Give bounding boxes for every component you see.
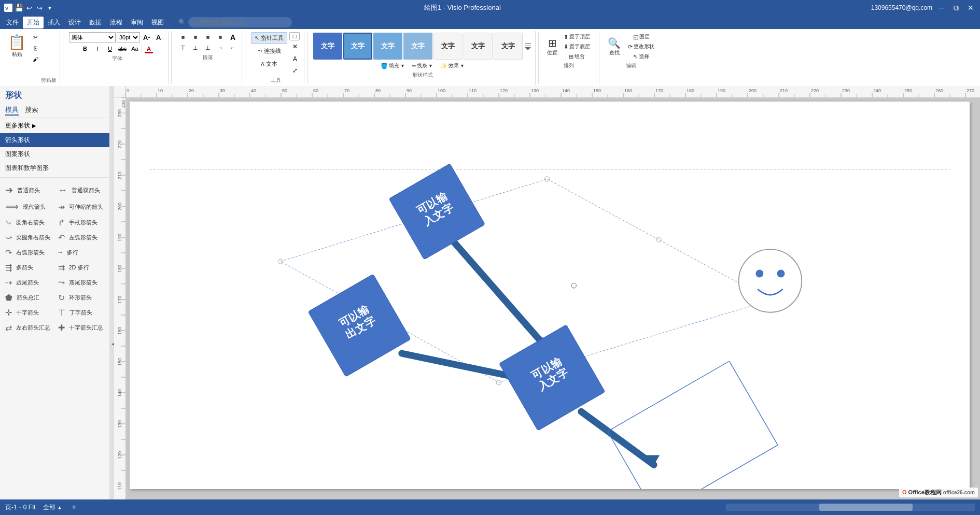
font-color-button[interactable]: A (143, 44, 155, 54)
connector-button[interactable]: ⤳ 连接线 (251, 45, 287, 57)
save-icon[interactable]: 💾 (15, 4, 23, 12)
effect-button[interactable]: ✨ 效果 ▼ (438, 61, 467, 70)
svg-text:50: 50 (282, 88, 287, 93)
position-button[interactable]: ⊞ 位置 (544, 32, 560, 61)
underline-button[interactable]: U (104, 44, 116, 54)
shape-item-modern-arrow[interactable]: ⟹ 现代箭头 (5, 199, 56, 214)
menu-file[interactable]: 文件 (2, 17, 23, 28)
text-tool-button[interactable]: A 文本 (251, 58, 287, 70)
undo-icon[interactable]: ↩ (25, 4, 33, 12)
category-patterns[interactable]: 图案形状 (0, 147, 114, 161)
strikethrough-button[interactable]: abc (117, 44, 128, 54)
line-button[interactable]: ━ 线条 ▼ (410, 61, 436, 70)
shape-style-2[interactable]: 文字 (343, 33, 372, 60)
select-button[interactable]: ↖ 选择 (625, 52, 657, 61)
shape-style-1[interactable]: 文字 (313, 33, 342, 60)
menu-process[interactable]: 流程 (106, 17, 127, 28)
tab-search[interactable]: 搜索 (25, 105, 38, 116)
add-page-button[interactable]: + (69, 502, 78, 513)
shape-item-double-arrow[interactable]: ↔ 普通双箭头 (58, 183, 109, 197)
restore-button[interactable]: ⧉ (951, 3, 961, 13)
menu-review[interactable]: 审阅 (127, 17, 147, 28)
shape-item-cane-arrow[interactable]: ↱ 手杖形箭头 (58, 216, 109, 229)
shape-item-ring-arrow[interactable]: ↻ 环形箭头 (58, 291, 109, 304)
cut-button[interactable]: ✂ (30, 32, 41, 42)
menu-data[interactable]: 数据 (85, 17, 106, 28)
customize-icon[interactable]: ▼ (46, 4, 54, 12)
more-styles-button[interactable] (524, 32, 532, 60)
shape-item-arrow-collection[interactable]: ⬟ 箭头总汇 (5, 291, 56, 304)
shape-style-5[interactable]: 文字 (433, 33, 463, 60)
swallow-tail-icon: ⤳ (58, 278, 65, 288)
shape-item-swallow-tail[interactable]: ⤳ 燕尾形箭头 (58, 276, 109, 289)
pointer-tool-button[interactable]: ↖ 指针工具 (251, 32, 287, 44)
all-pages-button[interactable]: 全部 ▲ (41, 502, 64, 513)
shape-style-4[interactable]: 文字 (403, 33, 432, 60)
indent-more-button[interactable]: → (215, 42, 226, 53)
shape-style-3[interactable]: 文字 (373, 33, 402, 60)
menu-design[interactable]: 设计 (64, 17, 85, 28)
menu-insert[interactable]: 插入 (44, 17, 64, 28)
valign-mid-button[interactable]: ⊥ (190, 42, 201, 53)
shape-item-right-arc[interactable]: ↷ 右弧形箭头 (5, 246, 56, 259)
bullet-list-button[interactable]: ≡ (215, 32, 226, 42)
minimize-button[interactable]: ─ (936, 3, 947, 13)
shape-item-multi-arrow[interactable]: ⇶ 多箭头 (5, 261, 56, 274)
format-painter-button[interactable]: 🖌 (30, 54, 41, 64)
font-decrease-button[interactable]: A- (153, 32, 165, 42)
tab-molds[interactable]: 模具 (5, 105, 19, 116)
italic-button[interactable]: I (92, 44, 103, 54)
shape-item-normal-arrow[interactable]: ➔ 普通箭头 (5, 183, 56, 197)
shape-item-lr-arrows[interactable]: ⇄ 左右箭头汇总 (5, 321, 56, 334)
shape-item-dash-tail[interactable]: ⇢ 虚尾箭头 (5, 276, 56, 289)
indent-less-button[interactable]: ← (227, 42, 239, 53)
valign-bottom-button[interactable]: ⊥ (202, 42, 214, 53)
shape-style-7[interactable]: 文字 (494, 33, 523, 60)
bring-to-top-button[interactable]: ⬆ 置于顶层 (561, 32, 593, 41)
category-arrows[interactable]: 箭头形状 (0, 133, 114, 147)
more-shapes-button[interactable]: 更多形状 ▶ (0, 118, 114, 133)
shape-item-2d-multi[interactable]: ⇉ 2D 多行 (58, 261, 109, 274)
font-name-select[interactable]: 黑体 (69, 32, 116, 42)
rectangle-tool-button[interactable]: □ (289, 32, 300, 40)
shape-item-cross-arrow[interactable]: ✛ 十字箭头 (5, 306, 56, 319)
shape-item-round-arrow[interactable]: ⤷ 圆角右箭头 (5, 216, 56, 229)
shape-item-stretch-arrow[interactable]: ↠ 可伸缩的箭头 (58, 199, 109, 214)
align-right-button[interactable]: ≡ (202, 32, 214, 42)
font-size-lg-button[interactable]: A (227, 32, 239, 42)
close-tool-button[interactable]: ✕ (289, 41, 301, 52)
case-button[interactable]: Aa (129, 44, 141, 54)
shape-item-sharp-arrow[interactable]: ⤻ 尖圆角右箭头 (5, 231, 56, 244)
align-center-button[interactable]: ≡ (190, 32, 201, 42)
close-button[interactable]: ✕ (965, 3, 976, 13)
shape-item-left-arc[interactable]: ↶ 左弧形箭头 (58, 231, 109, 244)
visio-icon[interactable]: V (4, 4, 12, 12)
send-to-bottom-button[interactable]: ⬇ 置于底层 (561, 42, 593, 51)
layer-button[interactable]: ◱ 图层 (625, 32, 657, 41)
font-increase-button[interactable]: A+ (141, 32, 152, 42)
group-button[interactable]: ⊞ 组合 (561, 52, 593, 61)
valign-top-button[interactable]: ⊤ (177, 42, 189, 53)
fill-button[interactable]: 🪣 填充 ▼ (378, 61, 408, 70)
search-input[interactable] (188, 17, 292, 27)
shape-item-multiline[interactable]: ~ 多行 (58, 246, 109, 259)
menu-home[interactable]: 开始 (23, 17, 44, 28)
expand-tool-button[interactable]: ⤢ (289, 65, 301, 76)
find-button[interactable]: 🔍 查找 (605, 32, 623, 61)
canvas-page[interactable]: 可以输 入文字 可以输 出文字 可以输 入文字 (130, 102, 970, 489)
redo-icon[interactable]: ↪ (35, 4, 44, 12)
font-size-select[interactable]: 30pt (117, 32, 140, 42)
text2-tool-button[interactable]: A (289, 54, 301, 64)
change-shape-button[interactable]: ⟳ 更改形状 (625, 42, 657, 51)
shape-item-t-arrow[interactable]: ⊤ 丁字箭头 (58, 306, 109, 319)
copy-button[interactable]: ⎘ (30, 43, 41, 53)
shape-style-6[interactable]: 文字 (464, 33, 493, 60)
category-charts[interactable]: 图表和数学图形 (0, 161, 114, 175)
user-account[interactable]: 1309655470@qq.com (871, 4, 932, 11)
svg-text:20: 20 (189, 88, 194, 93)
menu-view[interactable]: 视图 (147, 17, 168, 28)
shape-item-cross-arrows[interactable]: ✚ 十字箭头汇总 (58, 321, 109, 334)
align-left-button[interactable]: ≡ (177, 32, 189, 42)
bold-button[interactable]: B (79, 44, 91, 54)
paste-button[interactable]: 📋 粘贴 (5, 32, 29, 60)
